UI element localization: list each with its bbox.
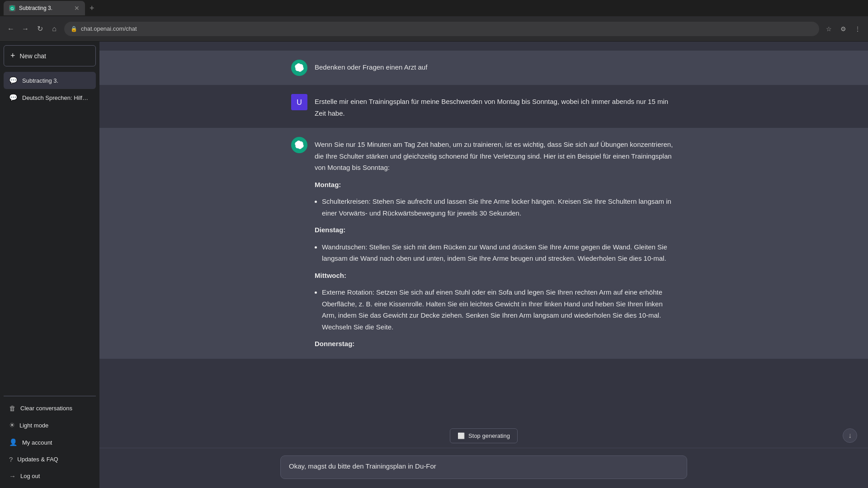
plus-icon: + [10, 51, 15, 61]
tab-title: Subtracting 3. [19, 5, 71, 11]
stop-label: Stop generating [468, 432, 510, 439]
exercise-dienstag-1: Wandrutschen: Stellen Sie sich mit dem R… [322, 241, 676, 264]
back-button[interactable]: ← [5, 23, 17, 35]
sidebar-item-label-subtracting: Subtracting 3. [22, 77, 90, 84]
chat-icon-2: 💬 [9, 94, 18, 102]
assistant-avatar-1 [291, 137, 307, 153]
sidebar-item-updates[interactable]: ? Updates & FAQ [4, 451, 96, 468]
browser-toolbar: ← → ↻ ⌂ 🔒 chat.openai.com/chat ☆ ⚙ ⋮ [0, 16, 868, 42]
chevron-down-icon: ↓ [848, 432, 852, 440]
tab-favicon: G [9, 5, 15, 11]
sidebar-item-subtracting[interactable]: 💬 Subtracting 3. ✏ 🗑 [4, 72, 96, 89]
light-mode-label: Light mode [19, 422, 90, 429]
user-message-content-1: Erstelle mir einen Trainingsplan für mei… [315, 94, 676, 119]
sidebar-item-clear[interactable]: 🗑 Clear conversations [4, 400, 96, 417]
chat-area[interactable]: Bedenken oder Fragen einen Arzt auf U Er… [99, 42, 868, 428]
new-chat-label: New chat [20, 52, 46, 60]
day-dienstag-header: Dienstag: [315, 224, 676, 236]
sidebar-spacer [4, 106, 96, 392]
lock-icon: 🔒 [71, 26, 77, 32]
assistant-message-1: Wenn Sie nur 15 Minuten am Tag Zeit habe… [99, 128, 868, 359]
input-wrapper [280, 455, 687, 481]
home-button[interactable]: ⌂ [48, 23, 61, 35]
bookmark-button[interactable]: ☆ [823, 23, 835, 35]
exercise-mittwoch-1: Externe Rotation: Setzen Sie sich auf ei… [322, 286, 676, 333]
day-montag-header: Montag: [315, 179, 676, 191]
help-icon: ? [9, 455, 13, 463]
logout-icon: → [9, 472, 16, 480]
reload-button[interactable]: ↻ [33, 23, 46, 35]
exercise-montag-1: Schulterkreisen: Stehen Sie aufrecht und… [322, 196, 676, 219]
account-icon: 👤 [9, 438, 18, 446]
menu-button[interactable]: ⋮ [852, 23, 863, 35]
my-account-label: My account [22, 439, 90, 446]
clear-conversations-label: Clear conversations [20, 405, 90, 412]
tab-close-button[interactable]: ✕ [74, 5, 80, 12]
trash-icon: 🗑 [9, 404, 16, 412]
scroll-down-button[interactable]: ↓ [843, 428, 857, 443]
day-montag: Montag: Schulterkreisen: Stehen Sie aufr… [315, 179, 676, 219]
new-tab-button[interactable]: + [87, 4, 97, 13]
svg-text:U: U [297, 99, 302, 106]
day-donnerstag: Donnerstag: [315, 338, 676, 350]
url-text: chat.openai.com/chat [81, 25, 137, 32]
sidebar-item-label-deutsch: Deutsch Sprechen: Hilfe Ange [22, 94, 90, 101]
new-chat-button[interactable]: + New chat [4, 45, 96, 66]
day-mittwoch-header: Mittwoch: [315, 270, 676, 282]
sidebar-item-logout[interactable]: → Log out [4, 468, 96, 484]
user-avatar-1: U [291, 94, 307, 110]
partial-text: Bedenken oder Fragen einen Arzt auf [315, 61, 676, 73]
stop-button-wrap: ⬜ Stop generating [99, 428, 868, 443]
assistant-message-content-1: Wenn Sie nur 15 Minuten am Tag Zeit habe… [315, 137, 676, 350]
chat-icon: 💬 [9, 76, 18, 84]
address-bar[interactable]: 🔒 chat.openai.com/chat [64, 22, 819, 36]
day-dienstag: Dienstag: Wandrutschen: Stellen Sie sich… [315, 224, 676, 264]
updates-label: Updates & FAQ [17, 456, 90, 463]
logout-label: Log out [20, 473, 90, 479]
assistant-intro: Wenn Sie nur 15 Minuten am Tag Zeit habe… [315, 139, 676, 174]
browser-actions: ☆ ⚙ ⋮ [823, 23, 863, 35]
nav-buttons: ← → ↻ ⌂ [5, 23, 61, 35]
sidebar-divider [4, 396, 96, 396]
assistant-message-top: Bedenken oder Fragen einen Arzt auf [99, 51, 868, 85]
stop-icon: ⬜ [458, 432, 465, 439]
day-donnerstag-header: Donnerstag: [315, 338, 676, 350]
svg-text:G: G [10, 6, 14, 11]
day-mittwoch: Mittwoch: Externe Rotation: Setzen Sie s… [315, 270, 676, 333]
tab-bar: G Subtracting 3. ✕ + [0, 0, 868, 16]
active-tab[interactable]: G Subtracting 3. ✕ [4, 1, 85, 15]
message-content-top: Bedenken oder Fragen einen Arzt auf [315, 60, 676, 76]
extensions-button[interactable]: ⚙ [837, 23, 849, 35]
sun-icon: ☀ [9, 421, 15, 429]
stop-generating-button[interactable]: ⬜ Stop generating [450, 428, 518, 443]
forward-button[interactable]: → [19, 23, 32, 35]
sidebar-item-light-mode[interactable]: ☀ Light mode [4, 417, 96, 434]
sidebar-item-account[interactable]: 👤 My account [4, 434, 96, 451]
sidebar-item-deutsch[interactable]: 💬 Deutsch Sprechen: Hilfe Ange [4, 89, 96, 106]
app-container: + New chat 💬 Subtracting 3. ✏ 🗑 💬 Deutsc… [0, 42, 868, 488]
sidebar: + New chat 💬 Subtracting 3. ✏ 🗑 💬 Deutsc… [0, 42, 99, 488]
user-text-1: Erstelle mir einen Trainingsplan für mei… [315, 96, 676, 119]
assistant-avatar-top [291, 60, 307, 76]
main-content: Bedenken oder Fragen einen Arzt auf U Er… [99, 42, 868, 488]
user-message-1: U Erstelle mir einen Trainingsplan für m… [280, 85, 687, 128]
chat-input[interactable] [280, 455, 687, 479]
input-area [99, 448, 868, 488]
